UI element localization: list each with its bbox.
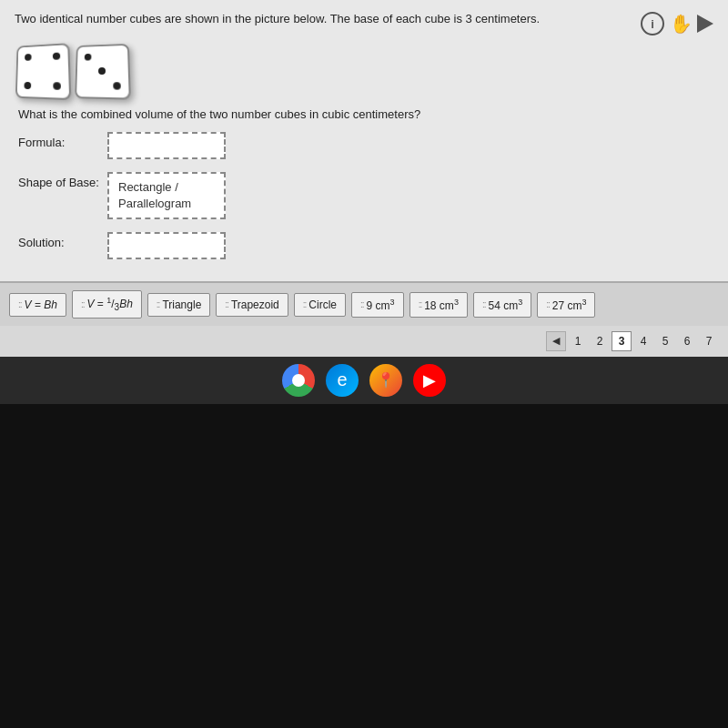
- formula-label: Formula:: [18, 132, 100, 149]
- maps-icon[interactable]: 📍: [369, 364, 402, 397]
- info-icon[interactable]: i: [641, 12, 664, 35]
- page-7[interactable]: 7: [699, 331, 719, 351]
- solution-row: Solution:: [18, 232, 710, 259]
- drag-icon: ::: [546, 299, 550, 309]
- solution-input[interactable]: [107, 232, 226, 259]
- solution-label: Solution:: [18, 232, 100, 249]
- tile-triangle[interactable]: :: Triangle: [147, 293, 210, 317]
- tile-v-bh[interactable]: :: V = Bh: [9, 293, 66, 317]
- sub-question: What is the combined volume of the two n…: [18, 107, 710, 121]
- drag-icon: ::: [18, 299, 22, 309]
- dice-area: [15, 44, 713, 98]
- shape-row: Shape of Base: Rectangle /Parallelogram: [18, 172, 710, 219]
- drag-icon: ::: [225, 299, 228, 309]
- dot: [24, 82, 31, 89]
- drag-icon: ::: [303, 299, 307, 309]
- formula-row: Formula:: [18, 132, 710, 159]
- tile-18cm3[interactable]: :: 18 cm3: [410, 292, 468, 318]
- formula-input[interactable]: [107, 132, 226, 159]
- drag-icon: ::: [157, 299, 160, 309]
- tile-label: Circle: [308, 298, 337, 311]
- pagination-bar: ◀ 1 2 3 4 5 6 7: [0, 326, 728, 357]
- dot: [98, 67, 106, 75]
- header-question: Two identical number cubes are shown in …: [15, 11, 540, 27]
- play-icon[interactable]: [697, 15, 713, 33]
- tiles-bar: :: V = Bh :: V = 1/3Bh :: Triangle :: Tr…: [0, 281, 728, 325]
- dot: [25, 54, 32, 61]
- drag-icon: ::: [419, 299, 422, 309]
- prev-page-button[interactable]: ◀: [546, 331, 566, 351]
- chrome-icon[interactable]: [282, 364, 315, 397]
- page-2[interactable]: 2: [590, 331, 610, 351]
- shape-label: Shape of Base:: [18, 172, 100, 189]
- page-6[interactable]: 6: [677, 331, 697, 351]
- page-3[interactable]: 3: [612, 331, 632, 351]
- header-row: Two identical number cubes are shown in …: [15, 11, 713, 36]
- hand-icon[interactable]: ✋: [668, 11, 693, 36]
- edge-icon[interactable]: e: [326, 364, 359, 397]
- dot: [113, 82, 121, 89]
- dot: [85, 54, 92, 61]
- header-icons: i ✋: [641, 11, 713, 36]
- tile-trapezoid[interactable]: :: Trapezoid: [216, 293, 288, 317]
- page-4[interactable]: 4: [633, 331, 653, 351]
- tile-label: 9 cm3: [367, 298, 395, 312]
- tile-label: 27 cm3: [552, 298, 587, 312]
- youtube-icon[interactable]: ▶: [413, 364, 446, 397]
- drag-icon: ::: [81, 299, 85, 309]
- drag-icon: ::: [482, 299, 486, 309]
- dark-bottom-area: [0, 404, 728, 728]
- tile-label: V = 1/3Bh: [87, 296, 133, 312]
- tile-label: V = Bh: [25, 298, 57, 311]
- taskbar: e 📍 ▶: [0, 357, 728, 404]
- page-5[interactable]: 5: [655, 331, 675, 351]
- tile-label: Triangle: [162, 298, 201, 311]
- tile-9cm3[interactable]: :: 9 cm3: [351, 292, 404, 318]
- tile-27cm3[interactable]: :: 27 cm3: [537, 292, 595, 318]
- shape-value: Rectangle /Parallelogram: [107, 172, 226, 219]
- tile-circle[interactable]: :: Circle: [294, 293, 346, 317]
- chrome-inner-circle: [292, 374, 305, 387]
- die-1: [15, 43, 72, 100]
- dot: [53, 82, 61, 90]
- dot: [53, 53, 60, 60]
- tile-label: 54 cm3: [488, 298, 522, 312]
- tile-54cm3[interactable]: :: 54 cm3: [473, 292, 531, 318]
- drag-icon: ::: [360, 299, 364, 309]
- tile-label: Trapezoid: [231, 298, 279, 311]
- tile-v-13-bh[interactable]: :: V = 1/3Bh: [72, 290, 142, 318]
- page-1[interactable]: 1: [568, 331, 588, 351]
- die-2: [75, 44, 131, 100]
- tile-label: 18 cm3: [424, 298, 459, 312]
